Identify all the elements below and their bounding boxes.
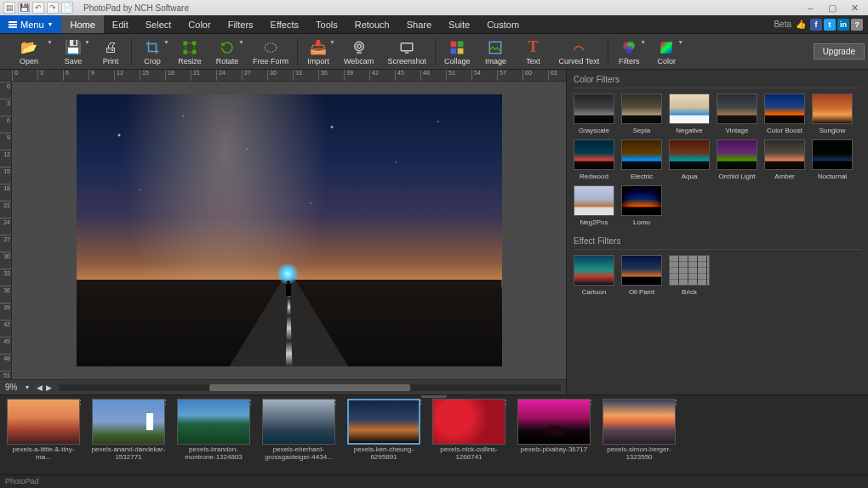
open-button[interactable]: ▼📂Open: [3, 34, 54, 69]
color-button[interactable]: ▼Color: [648, 34, 685, 69]
filter-label: Redwood: [580, 173, 608, 180]
qat-redo-icon[interactable]: ↷: [47, 2, 59, 14]
svg-rect-11: [458, 48, 464, 54]
ribbon-toolbar: ▼📂Open ▼💾Save 🖨Print ▼Crop Resize ▼Rotat…: [0, 34, 868, 70]
resize-button[interactable]: Resize: [171, 34, 208, 69]
ruler-vertical: 03691215182124273033363942454851545760: [0, 82, 12, 379]
filmstrip-item[interactable]: ✕pexels-ken-cheung-6295891: [345, 399, 422, 473]
filter-label: Lomo: [633, 218, 650, 226]
menu-tab-tools[interactable]: Tools: [307, 15, 346, 33]
screenshot-button[interactable]: Screenshot: [380, 34, 433, 69]
chevron-down-icon: ▼: [48, 21, 54, 27]
filter-brick[interactable]: Brick: [669, 255, 710, 296]
qat-new-icon[interactable]: ▤: [3, 2, 15, 14]
filter-label: Brick: [682, 288, 697, 296]
crop-button[interactable]: ▼Crop: [134, 34, 171, 69]
filmstrip-item[interactable]: ✕pexels-anand-dandekar-1532771: [90, 399, 167, 473]
filter-sepia[interactable]: Sepia: [621, 94, 662, 134]
image-button[interactable]: Image: [477, 34, 514, 69]
filter-negative[interactable]: Negative: [669, 94, 710, 134]
menu-tab-effects[interactable]: Effects: [262, 15, 307, 33]
menu-button[interactable]: Menu ▼: [0, 15, 61, 33]
filter-sunglow[interactable]: Sunglow: [812, 94, 853, 134]
filmstrip-resize-handle[interactable]: [421, 394, 447, 398]
save-button[interactable]: ▼💾Save: [54, 34, 92, 69]
filters-button[interactable]: ▼Filters: [610, 34, 648, 69]
filter-aqua[interactable]: Aqua: [669, 139, 710, 180]
filter-thumbnail: [669, 255, 710, 286]
filter-thumbnail: [764, 139, 805, 170]
qat-undo-icon[interactable]: ↶: [32, 2, 44, 14]
twitter-icon[interactable]: t: [824, 19, 836, 31]
svg-point-6: [357, 44, 361, 48]
menu-tab-edit[interactable]: Edit: [104, 15, 137, 33]
filter-label: Orchid Light: [718, 173, 755, 180]
minimize-button[interactable]: –: [800, 2, 820, 14]
filmstrip-label: pexels-a-little-&-tiny-ma...: [5, 446, 82, 462]
collage-button[interactable]: Collage: [437, 34, 477, 69]
text-button[interactable]: TText: [514, 34, 551, 69]
filmstrip-item[interactable]: ✕pexels-brandon-montrone-1324803: [175, 399, 252, 473]
menu-tab-filters[interactable]: Filters: [220, 15, 262, 33]
print-button[interactable]: 🖨Print: [92, 34, 129, 69]
chevron-down-icon: ▼: [163, 39, 169, 45]
horizontal-scrollbar[interactable]: [59, 384, 561, 391]
filter-oil-paint[interactable]: Oil Paint: [621, 255, 662, 296]
filter-neg2pos[interactable]: Neg2Pos: [574, 185, 614, 226]
filter-cartoon[interactable]: Cartoon: [574, 255, 614, 296]
linkedin-icon[interactable]: in: [837, 19, 849, 31]
close-button[interactable]: ✕: [844, 2, 865, 14]
svg-rect-8: [451, 41, 457, 47]
filter-amber[interactable]: Amber: [764, 139, 805, 180]
filter-nocturnal[interactable]: Nocturnal: [812, 139, 853, 180]
filter-orchid-light[interactable]: Orchid Light: [717, 139, 757, 180]
filter-vintage[interactable]: Vintage: [717, 94, 757, 134]
menu-tab-share[interactable]: Share: [398, 15, 440, 33]
scroll-right-icon[interactable]: ▶: [46, 383, 52, 392]
filter-electric[interactable]: Electric: [621, 139, 662, 180]
menu-tab-color[interactable]: Color: [180, 15, 219, 33]
freeform-button[interactable]: Free Form: [246, 34, 295, 69]
menu-tab-retouch[interactable]: Retouch: [346, 15, 398, 33]
social-icons: f t in ?: [810, 19, 863, 31]
svg-rect-1: [192, 41, 197, 45]
filmstrip: ✕pexels-a-little-&-tiny-ma...✕pexels-ana…: [0, 394, 868, 474]
filter-color-boost[interactable]: Color Boost: [764, 94, 805, 134]
scroll-left-icon[interactable]: ◀: [37, 383, 43, 392]
filmstrip-item[interactable]: ✕pexels-a-little-&-tiny-ma...: [5, 399, 82, 473]
facebook-icon[interactable]: f: [810, 19, 822, 31]
help-icon[interactable]: ?: [851, 19, 863, 31]
zoom-bar: 9% ▼ ◀ ▶: [0, 379, 566, 394]
filmstrip-item[interactable]: ✕pexels-pixabay-36717: [516, 399, 592, 473]
filter-thumbnail: [812, 139, 853, 170]
svg-point-4: [265, 43, 277, 52]
filmstrip-item[interactable]: ✕pexels-eberhard-grossgasteiger-4434...: [260, 399, 337, 473]
beta-label: Beta: [774, 20, 791, 29]
upgrade-button[interactable]: Upgrade: [814, 43, 865, 60]
filter-label: Neg2Pos: [580, 218, 608, 226]
rotate-button[interactable]: ▼Rotate: [208, 34, 246, 69]
maximize-button[interactable]: ▢: [822, 2, 842, 14]
curvedtext-button[interactable]: Curved Text: [551, 34, 606, 69]
zoom-dropdown-icon[interactable]: ▼: [24, 384, 30, 390]
filter-redwood[interactable]: Redwood: [574, 139, 614, 180]
svg-point-15: [625, 45, 633, 53]
filter-lomo[interactable]: Lomo: [621, 185, 662, 226]
filmstrip-item[interactable]: ✕pexels-simon-berger-1323550: [601, 399, 677, 473]
filter-label: Vintage: [726, 127, 749, 134]
filter-grayscale[interactable]: Grayscale: [574, 94, 614, 134]
resize-icon: [182, 38, 197, 57]
menu-tab-select[interactable]: Select: [137, 15, 180, 33]
filmstrip-item[interactable]: ✕pexels-nick-collins-1266741: [431, 399, 507, 473]
separator: [608, 38, 608, 65]
menu-tab-home[interactable]: Home: [61, 15, 103, 33]
filter-thumbnail: [717, 94, 757, 124]
qat-doc-icon[interactable]: 📄: [61, 2, 73, 14]
thumbs-up-icon[interactable]: 👍: [795, 19, 807, 31]
menu-tab-custom[interactable]: Custom: [478, 15, 528, 33]
canvas-viewport[interactable]: [12, 82, 566, 379]
qat-save-icon[interactable]: 💾: [18, 2, 30, 14]
menu-tab-suite[interactable]: Suite: [440, 15, 478, 33]
webcam-button[interactable]: Webcam: [337, 34, 380, 69]
import-button[interactable]: ▼📥Import: [300, 34, 337, 69]
